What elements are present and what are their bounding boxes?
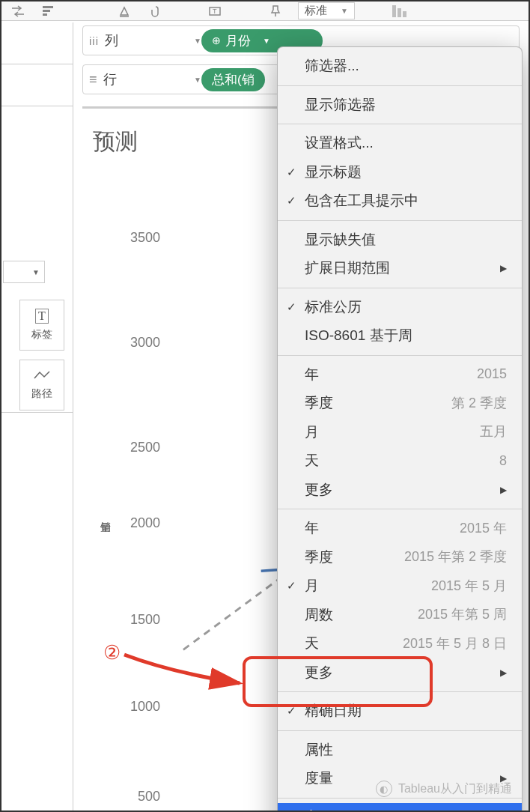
menu-iso8601[interactable]: ISO-8601 基于周	[278, 321, 522, 351]
menu-show-missing[interactable]: 显示缺失值	[278, 225, 522, 255]
rows-label-area: ≡ 行 ▼	[89, 70, 201, 88]
menu-include-tooltip[interactable]: ✓包含在工具提示中	[278, 187, 522, 216]
highlight-icon[interactable]	[115, 4, 133, 19]
menu-show-title[interactable]: ✓显示标题	[278, 158, 522, 187]
svg-rect-7	[398, 8, 401, 17]
menu-more-continuous[interactable]: 更多▶	[278, 658, 522, 688]
menu-year-continuous[interactable]: 年2015 年	[278, 514, 522, 543]
columns-icon: iii	[89, 34, 99, 47]
y-tick: 1500	[120, 612, 160, 628]
marks-label-card[interactable]: T 标签	[19, 300, 64, 351]
dropdown-caret-icon: ▼	[341, 7, 348, 15]
y-tick: 3000	[120, 335, 160, 351]
watermark: ◐ Tableau从入门到精通	[376, 781, 512, 797]
left-panel: ▼ T 标签 路径	[1, 22, 73, 812]
chevron-right-icon: ▶	[500, 483, 507, 497]
show-me-icon[interactable]	[391, 4, 409, 19]
dropdown-caret-icon: ▼	[194, 76, 201, 84]
menu-show-filter[interactable]: 显示筛选器	[278, 91, 522, 120]
svg-rect-2	[43, 13, 47, 16]
svg-rect-8	[403, 11, 406, 17]
marks-path-text: 路径	[31, 387, 52, 401]
attachment-icon[interactable]	[147, 4, 165, 19]
swap-icon[interactable]	[9, 4, 27, 19]
menu-month-discrete[interactable]: 月五月	[278, 418, 522, 447]
dropdown-caret-icon: ▼	[194, 37, 201, 45]
menu-more-discrete[interactable]: 更多▶	[278, 476, 522, 505]
label-icon[interactable]: T	[207, 4, 225, 19]
context-menu: 筛选器... 显示筛选器 设置格式... ✓显示标题 ✓包含在工具提示中 显示缺…	[277, 46, 523, 812]
y-tick: 3500	[120, 230, 160, 246]
rows-label: 行	[103, 70, 117, 88]
sort-icon[interactable]	[40, 4, 58, 19]
chevron-right-icon: ▶	[500, 666, 507, 679]
svg-rect-0	[43, 6, 53, 8]
y-tick: 1000	[120, 699, 160, 715]
check-icon: ✓	[287, 193, 296, 210]
y-tick: 500	[120, 789, 160, 805]
rows-pill-sum[interactable]: 总和(销	[201, 68, 265, 91]
check-icon: ✓	[287, 578, 296, 595]
chevron-right-icon: ▶	[500, 261, 507, 275]
fit-dropdown[interactable]: 标准 ▼	[298, 2, 355, 19]
marks-label-text: 标签	[31, 328, 52, 342]
wechat-icon: ◐	[376, 781, 392, 797]
fit-label: 标准	[305, 4, 327, 18]
svg-text:T: T	[213, 7, 217, 15]
pin-icon[interactable]	[266, 4, 284, 19]
annotation-number: ②	[103, 641, 121, 664]
pill-text: 总和(销	[212, 71, 255, 88]
y-axis-title: 销量	[99, 513, 112, 516]
menu-week-continuous[interactable]: 周数2015 年第 5 周	[278, 601, 522, 630]
path-icon	[34, 369, 50, 383]
check-icon: ✓	[287, 299, 296, 316]
menu-filter[interactable]: 筛选器...	[278, 52, 522, 81]
small-dropdown[interactable]: ▼	[3, 261, 45, 283]
menu-exact-date[interactable]: ✓精确日期	[278, 697, 522, 726]
menu-set-format[interactable]: 设置格式...	[278, 129, 522, 158]
plus-icon: ⊕	[212, 34, 221, 46]
menu-day-continuous[interactable]: 天2015 年 5 月 8 日	[278, 629, 522, 658]
columns-label: 列	[105, 31, 118, 49]
svg-rect-1	[43, 10, 50, 12]
columns-label-area: iii 列 ▼	[89, 31, 201, 49]
top-toolbar: T 标准 ▼	[1, 1, 529, 21]
pill-text: 月份	[225, 32, 251, 49]
check-icon: ✓	[287, 703, 296, 720]
menu-extend-date[interactable]: 扩展日期范围▶	[278, 254, 522, 283]
menu-quarter-continuous[interactable]: 季度2015 年第 2 季度	[278, 543, 522, 572]
menu-attribute[interactable]: 属性	[278, 736, 522, 765]
menu-discrete[interactable]: 离散	[278, 803, 522, 813]
menu-quarter-discrete[interactable]: 季度第 2 季度	[278, 389, 522, 418]
svg-rect-6	[392, 5, 396, 17]
text-icon: T	[35, 309, 49, 324]
watermark-text: Tableau从入门到精通	[398, 781, 512, 797]
caret-down-icon: ▼	[263, 37, 270, 45]
check-icon: ✓	[287, 164, 296, 181]
menu-day-discrete[interactable]: 天8	[278, 446, 522, 476]
rows-icon: ≡	[89, 72, 97, 88]
menu-month-continuous[interactable]: ✓月2015 年 5 月	[278, 572, 522, 601]
menu-standard-calendar[interactable]: ✓标准公历	[278, 293, 522, 322]
y-tick: 2000	[120, 515, 160, 531]
chart-title: 预测	[93, 127, 138, 157]
y-tick: 2500	[120, 440, 160, 455]
menu-year-discrete[interactable]: 年2015	[278, 360, 522, 390]
marks-path-card[interactable]: 路径	[19, 360, 64, 410]
